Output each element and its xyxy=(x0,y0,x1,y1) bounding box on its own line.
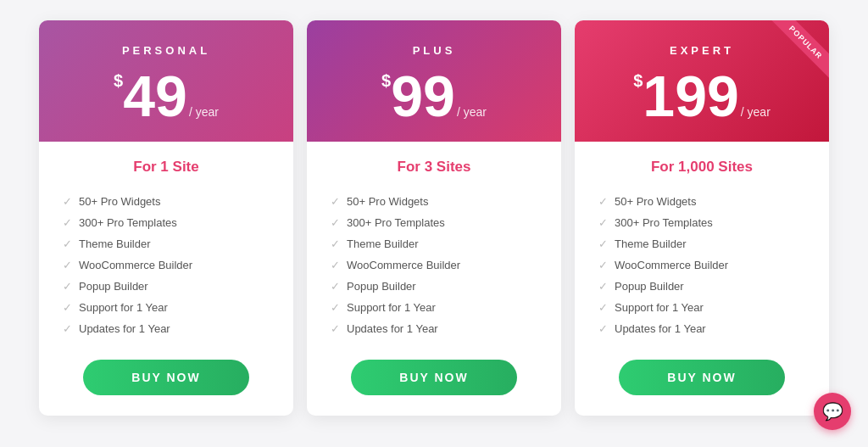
popular-label: POPULAR xyxy=(770,20,829,78)
check-icon: ✓ xyxy=(63,237,72,250)
buy-now-button[interactable]: BUY NOW xyxy=(83,360,248,395)
price-period: / year xyxy=(457,106,487,118)
feature-item: ✓ 300+ Pro Templates xyxy=(63,212,270,233)
plan-name: EXPERT xyxy=(670,44,734,57)
check-icon: ✓ xyxy=(63,216,72,229)
check-icon: ✓ xyxy=(331,322,340,335)
footer-section: VISA AMERICANEXPRESS DISCOVER PayPal xyxy=(14,436,854,447)
features-list: ✓ 50+ Pro Widgets ✓ 300+ Pro Templates ✓… xyxy=(598,191,805,339)
feature-text: Support for 1 Year xyxy=(347,301,436,314)
feature-text: 300+ Pro Templates xyxy=(79,216,177,229)
check-icon: ✓ xyxy=(598,322,608,335)
currency-symbol: $ xyxy=(114,72,123,89)
feature-text: Updates for 1 Year xyxy=(347,322,438,335)
feature-text: Popup Builder xyxy=(79,280,148,293)
sites-label: For 3 Sites xyxy=(398,159,471,176)
feature-item: ✓ Popup Builder xyxy=(598,276,805,297)
feature-text: 300+ Pro Templates xyxy=(615,216,713,229)
check-icon: ✓ xyxy=(331,259,340,271)
chat-button[interactable]: 💬 xyxy=(814,393,851,430)
feature-item: ✓ Popup Builder xyxy=(63,276,270,297)
price-period: / year xyxy=(189,106,219,118)
check-icon: ✓ xyxy=(63,195,72,208)
check-icon: ✓ xyxy=(331,216,340,229)
feature-text: Updates for 1 Year xyxy=(79,322,170,335)
feature-item: ✓ 50+ Pro Widgets xyxy=(331,191,537,212)
check-icon: ✓ xyxy=(331,237,340,250)
price-amount: 49 xyxy=(123,67,187,125)
price-amount: 99 xyxy=(391,67,455,125)
popular-badge: POPULAR xyxy=(761,20,829,88)
pricing-section: PERSONAL $ 49 / year For 1 Site ✓ 50+ Pr… xyxy=(27,20,841,416)
card-header: PERSONAL $ 49 / year xyxy=(39,20,293,142)
check-icon: ✓ xyxy=(598,301,608,314)
feature-item: ✓ Theme Builder xyxy=(331,233,537,254)
sites-label: For 1 Site xyxy=(133,159,198,176)
feature-text: 50+ Pro Widgets xyxy=(615,195,696,208)
plan-name: PERSONAL xyxy=(122,44,210,57)
feature-text: Popup Builder xyxy=(615,280,684,293)
feature-text: Support for 1 Year xyxy=(79,301,168,314)
feature-text: 50+ Pro Widgets xyxy=(347,195,428,208)
card-body: For 1 Site ✓ 50+ Pro Widgets ✓ 300+ Pro … xyxy=(39,142,293,416)
check-icon: ✓ xyxy=(598,195,608,208)
buy-now-button[interactable]: BUY NOW xyxy=(619,360,784,395)
price-row: $ 199 / year xyxy=(633,67,771,125)
buy-now-button[interactable]: BUY NOW xyxy=(351,360,516,395)
check-icon: ✓ xyxy=(63,301,72,314)
feature-item: ✓ Updates for 1 Year xyxy=(598,318,805,339)
currency-symbol: $ xyxy=(633,72,643,89)
feature-item: ✓ WooCommerce Builder xyxy=(598,254,805,276)
feature-text: WooCommerce Builder xyxy=(79,259,192,271)
feature-text: Theme Builder xyxy=(615,237,687,250)
feature-item: ✓ Updates for 1 Year xyxy=(63,318,270,339)
card-body: For 1,000 Sites ✓ 50+ Pro Widgets ✓ 300+… xyxy=(575,142,829,416)
pricing-card-personal: PERSONAL $ 49 / year For 1 Site ✓ 50+ Pr… xyxy=(39,20,293,416)
price-period: / year xyxy=(741,106,771,118)
feature-text: Theme Builder xyxy=(79,237,151,250)
feature-item: ✓ Support for 1 Year xyxy=(598,297,805,318)
price-amount: 199 xyxy=(643,67,738,125)
feature-text: 50+ Pro Widgets xyxy=(79,195,160,208)
check-icon: ✓ xyxy=(598,216,608,229)
price-row: $ 99 / year xyxy=(381,67,487,125)
check-icon: ✓ xyxy=(331,280,340,293)
check-icon: ✓ xyxy=(63,280,72,293)
check-icon: ✓ xyxy=(598,237,608,250)
check-icon: ✓ xyxy=(331,195,340,208)
features-list: ✓ 50+ Pro Widgets ✓ 300+ Pro Templates ✓… xyxy=(331,191,537,339)
feature-item: ✓ 300+ Pro Templates xyxy=(331,212,537,233)
feature-item: ✓ 300+ Pro Templates xyxy=(598,212,805,233)
check-icon: ✓ xyxy=(598,259,608,271)
features-list: ✓ 50+ Pro Widgets ✓ 300+ Pro Templates ✓… xyxy=(63,191,270,339)
feature-item: ✓ WooCommerce Builder xyxy=(63,254,270,276)
check-icon: ✓ xyxy=(63,259,72,271)
feature-item: ✓ Theme Builder xyxy=(63,233,270,254)
feature-item: ✓ Updates for 1 Year xyxy=(331,318,537,339)
feature-text: Support for 1 Year xyxy=(615,301,704,314)
feature-item: ✓ WooCommerce Builder xyxy=(331,254,537,276)
check-icon: ✓ xyxy=(598,280,608,293)
feature-item: ✓ 50+ Pro Widgets xyxy=(63,191,270,212)
feature-item: ✓ Support for 1 Year xyxy=(63,297,270,318)
price-row: $ 49 / year xyxy=(114,67,219,125)
sites-label: For 1,000 Sites xyxy=(651,159,753,176)
feature-item: ✓ 50+ Pro Widgets xyxy=(598,191,805,212)
feature-item: ✓ Support for 1 Year xyxy=(331,297,537,318)
feature-text: Theme Builder xyxy=(347,237,419,250)
feature-text: WooCommerce Builder xyxy=(347,259,460,271)
card-header: PLUS $ 99 / year xyxy=(307,20,561,142)
check-icon: ✓ xyxy=(63,322,72,335)
feature-text: Updates for 1 Year xyxy=(615,322,706,335)
feature-text: 300+ Pro Templates xyxy=(347,216,445,229)
card-body: For 3 Sites ✓ 50+ Pro Widgets ✓ 300+ Pro… xyxy=(307,142,561,416)
feature-text: WooCommerce Builder xyxy=(615,259,728,271)
currency-symbol: $ xyxy=(381,72,391,89)
feature-text: Popup Builder xyxy=(347,280,416,293)
pricing-card-plus: PLUS $ 99 / year For 3 Sites ✓ 50+ Pro W… xyxy=(307,20,561,416)
plan-name: PLUS xyxy=(413,44,456,57)
check-icon: ✓ xyxy=(331,301,340,314)
feature-item: ✓ Popup Builder xyxy=(331,276,537,297)
feature-item: ✓ Theme Builder xyxy=(598,233,805,254)
pricing-card-expert: POPULAR EXPERT $ 199 / year For 1,000 Si… xyxy=(575,20,829,416)
